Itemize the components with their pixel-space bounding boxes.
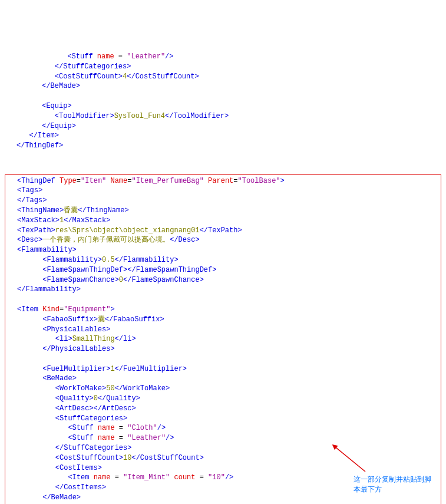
annotation-note: 这一部分复制并粘贴到脚本最下方 (354, 475, 436, 495)
code-line: <Quality>0</Quality> (17, 394, 140, 403)
code-line: <Item name = "Item_Mint" count = "10"/> (17, 473, 233, 482)
code-line: <PhysicalLables> (17, 325, 110, 334)
code-line: <BeMade> (17, 374, 77, 383)
code-line: <Tags> (17, 186, 42, 195)
code-line: <Flammability> (17, 246, 77, 254)
code-line: <Stuff name = "Leather"/> (17, 434, 174, 442)
code-line: <ToolModifier>SysTool_Fun4</ToolModifier… (16, 112, 229, 120)
code-line: <CostItems> (17, 464, 102, 472)
code-line: <ThingDef Type="Item" Name="Item_Perfume… (17, 177, 285, 185)
code-document: <Stuff name = "Leather"/> </StuffCategor… (0, 29, 446, 504)
code-line: <FuelMultiplier>1</FuelMultiplier> (17, 365, 187, 373)
code-line: <MaxStack>1</MaxStack> (17, 216, 110, 225)
code-line: <Desc>一个香囊，内门弟子佩戴可以提高心境。</Desc> (17, 236, 200, 244)
code-line: <Stuff name = "Cloth"/> (17, 424, 166, 432)
code-line: <CostStuffCount>10</CostStuffCount> (17, 454, 204, 462)
code-line: <Flammability>0.5</Flammability> (17, 256, 179, 264)
code-line: </Tags> (17, 196, 47, 205)
code-line: </Flammability> (17, 285, 81, 294)
code-line: <FlameSpawnChance>0</FlameSpawnChance> (17, 276, 204, 284)
code-line: <ArtDesc></ArtDesc> (17, 404, 136, 413)
code-line: <Equip> (16, 102, 72, 110)
code-line: </Item> (16, 131, 59, 140)
code-line: </Equip> (16, 122, 76, 130)
code-line: <CostStuffCount>4</CostStuffCount> (16, 73, 199, 81)
code-line: <FlameSpawnThingDef></FlameSpawnThingDef… (17, 266, 216, 274)
highlighted-block: <ThingDef Type="Item" Name="Item_Perfume… (5, 174, 441, 504)
code-line: </ThingDef> (16, 141, 63, 150)
code-line: <StuffCategories> (17, 414, 127, 423)
code-line: <TexPath>res\Sprs\object\object_xiangnan… (17, 226, 242, 235)
code-line: </BeMade> (16, 82, 80, 90)
code-line: </PhysicalLables> (17, 345, 115, 353)
code-line: </BeMade> (17, 493, 81, 502)
code-line: </StuffCategories> (16, 62, 131, 71)
top-code-block: <Stuff name = "Leather"/> </StuffCategor… (0, 50, 446, 153)
code-line: <FabaoSuffix>囊</FabaoSuffix> (17, 315, 164, 324)
code-line: <Item Kind="Equipment"> (17, 305, 115, 314)
code-line: <Stuff name = "Leather"/> (16, 52, 173, 61)
code-line: <li>SmallThing</li> (17, 335, 136, 343)
code-line: <WorkToMake>50</WorkToMake> (17, 384, 170, 393)
code-line: </CostItems> (17, 483, 106, 492)
code-line: <ThingName>香囊</ThingName> (17, 206, 129, 215)
code-line: </StuffCategories> (17, 444, 131, 452)
